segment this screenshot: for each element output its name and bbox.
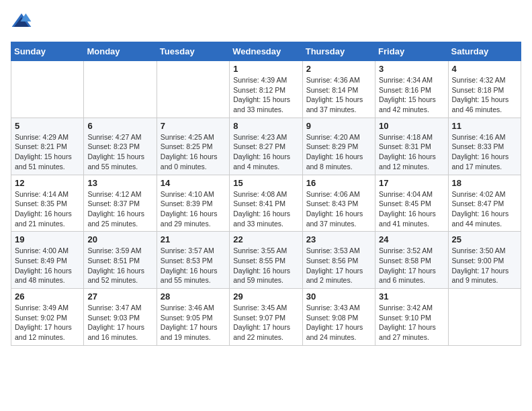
calendar-cell: 28Sunrise: 3:46 AMSunset: 9:05 PMDayligh… <box>157 289 229 346</box>
day-number: 3 <box>379 64 444 74</box>
day-info: Sunrise: 4:18 AMSunset: 8:31 PMDaylight:… <box>379 132 444 172</box>
calendar-cell: 11Sunrise: 4:16 AMSunset: 8:33 PMDayligh… <box>448 118 521 175</box>
day-info: Sunrise: 4:36 AMSunset: 8:14 PMDaylight:… <box>306 75 371 115</box>
calendar-week-row: 12Sunrise: 4:14 AMSunset: 8:35 PMDayligh… <box>11 175 521 232</box>
day-number: 11 <box>452 121 517 131</box>
day-number: 15 <box>233 178 298 188</box>
day-number: 12 <box>15 178 80 188</box>
day-info: Sunrise: 3:45 AMSunset: 9:07 PMDaylight:… <box>233 303 298 342</box>
page-header <box>11 11 521 32</box>
day-number: 13 <box>87 178 152 188</box>
day-info: Sunrise: 3:42 AMSunset: 9:10 PMDaylight:… <box>379 303 444 342</box>
calendar-cell: 15Sunrise: 4:08 AMSunset: 8:41 PMDayligh… <box>230 175 302 232</box>
day-number: 22 <box>233 234 298 244</box>
day-number: 1 <box>233 64 298 74</box>
day-number: 18 <box>452 178 517 188</box>
day-number: 16 <box>306 178 371 188</box>
day-of-week-header: Friday <box>375 42 448 61</box>
day-number: 20 <box>87 234 152 244</box>
day-number: 6 <box>87 121 152 131</box>
calendar-cell: 30Sunrise: 3:43 AMSunset: 9:08 PMDayligh… <box>302 289 375 346</box>
day-info: Sunrise: 3:49 AMSunset: 9:02 PMDaylight:… <box>15 303 80 342</box>
calendar-week-row: 26Sunrise: 3:49 AMSunset: 9:02 PMDayligh… <box>11 289 521 346</box>
day-number: 10 <box>379 121 444 131</box>
day-of-week-header: Monday <box>84 42 157 61</box>
day-info: Sunrise: 4:29 AMSunset: 8:21 PMDaylight:… <box>15 132 80 172</box>
calendar-cell: 21Sunrise: 3:57 AMSunset: 8:53 PMDayligh… <box>157 232 229 289</box>
calendar-cell: 25Sunrise: 3:50 AMSunset: 9:00 PMDayligh… <box>448 232 521 289</box>
day-number: 26 <box>15 291 80 302</box>
day-info: Sunrise: 4:06 AMSunset: 8:43 PMDaylight:… <box>306 189 371 229</box>
day-info: Sunrise: 3:50 AMSunset: 9:00 PMDaylight:… <box>452 246 517 285</box>
day-of-week-header: Thursday <box>302 42 375 61</box>
day-number: 24 <box>379 234 444 244</box>
day-info: Sunrise: 4:02 AMSunset: 8:47 PMDaylight:… <box>452 189 517 229</box>
calendar-cell <box>84 61 157 118</box>
calendar-cell: 3Sunrise: 4:34 AMSunset: 8:16 PMDaylight… <box>375 61 448 118</box>
day-number: 14 <box>161 178 226 188</box>
day-of-week-header: Sunday <box>11 42 84 61</box>
day-info: Sunrise: 4:16 AMSunset: 8:33 PMDaylight:… <box>452 132 517 172</box>
calendar-cell: 13Sunrise: 4:12 AMSunset: 8:37 PMDayligh… <box>84 175 157 232</box>
day-info: Sunrise: 4:27 AMSunset: 8:23 PMDaylight:… <box>87 132 152 172</box>
day-info: Sunrise: 4:00 AMSunset: 8:49 PMDaylight:… <box>15 246 80 285</box>
calendar-cell: 6Sunrise: 4:27 AMSunset: 8:23 PMDaylight… <box>84 118 157 175</box>
day-info: Sunrise: 4:08 AMSunset: 8:41 PMDaylight:… <box>233 189 298 229</box>
day-number: 5 <box>15 121 80 131</box>
day-info: Sunrise: 4:14 AMSunset: 8:35 PMDaylight:… <box>15 189 80 229</box>
day-info: Sunrise: 4:39 AMSunset: 8:12 PMDaylight:… <box>233 75 298 115</box>
day-info: Sunrise: 3:47 AMSunset: 9:03 PMDaylight:… <box>87 303 152 342</box>
day-number: 21 <box>161 234 226 244</box>
calendar-cell <box>11 61 84 118</box>
day-info: Sunrise: 4:04 AMSunset: 8:45 PMDaylight:… <box>379 189 444 229</box>
day-info: Sunrise: 3:43 AMSunset: 9:08 PMDaylight:… <box>306 303 371 342</box>
day-info: Sunrise: 3:53 AMSunset: 8:56 PMDaylight:… <box>306 246 371 285</box>
calendar-cell: 26Sunrise: 3:49 AMSunset: 9:02 PMDayligh… <box>11 289 84 346</box>
day-number: 4 <box>452 64 517 74</box>
day-number: 29 <box>233 291 298 302</box>
calendar-cell <box>448 289 521 346</box>
calendar-cell: 16Sunrise: 4:06 AMSunset: 8:43 PMDayligh… <box>302 175 375 232</box>
calendar-cell: 9Sunrise: 4:20 AMSunset: 8:29 PMDaylight… <box>302 118 375 175</box>
day-number: 31 <box>379 291 444 302</box>
day-number: 7 <box>161 121 226 131</box>
calendar-cell: 10Sunrise: 4:18 AMSunset: 8:31 PMDayligh… <box>375 118 448 175</box>
calendar-cell: 12Sunrise: 4:14 AMSunset: 8:35 PMDayligh… <box>11 175 84 232</box>
day-number: 28 <box>161 291 226 302</box>
day-number: 9 <box>306 121 371 131</box>
day-of-week-header: Wednesday <box>230 42 302 61</box>
day-info: Sunrise: 3:46 AMSunset: 9:05 PMDaylight:… <box>161 303 226 342</box>
day-info: Sunrise: 3:55 AMSunset: 8:55 PMDaylight:… <box>233 246 298 285</box>
calendar-cell: 1Sunrise: 4:39 AMSunset: 8:12 PMDaylight… <box>230 61 302 118</box>
day-info: Sunrise: 4:12 AMSunset: 8:37 PMDaylight:… <box>87 189 152 229</box>
day-of-week-header: Tuesday <box>157 42 229 61</box>
day-info: Sunrise: 4:10 AMSunset: 8:39 PMDaylight:… <box>161 189 226 229</box>
calendar-cell: 19Sunrise: 4:00 AMSunset: 8:49 PMDayligh… <box>11 232 84 289</box>
day-number: 25 <box>452 234 517 244</box>
calendar-cell: 29Sunrise: 3:45 AMSunset: 9:07 PMDayligh… <box>230 289 302 346</box>
calendar-cell: 23Sunrise: 3:53 AMSunset: 8:56 PMDayligh… <box>302 232 375 289</box>
calendar-week-row: 19Sunrise: 4:00 AMSunset: 8:49 PMDayligh… <box>11 232 521 289</box>
calendar-cell: 20Sunrise: 3:59 AMSunset: 8:51 PMDayligh… <box>84 232 157 289</box>
calendar-cell: 27Sunrise: 3:47 AMSunset: 9:03 PMDayligh… <box>84 289 157 346</box>
calendar-cell: 22Sunrise: 3:55 AMSunset: 8:55 PMDayligh… <box>230 232 302 289</box>
day-info: Sunrise: 3:57 AMSunset: 8:53 PMDaylight:… <box>161 246 226 285</box>
calendar-cell <box>157 61 229 118</box>
day-info: Sunrise: 3:59 AMSunset: 8:51 PMDaylight:… <box>87 246 152 285</box>
calendar-table: SundayMondayTuesdayWednesdayThursdayFrid… <box>11 42 521 346</box>
calendar-cell: 4Sunrise: 4:32 AMSunset: 8:18 PMDaylight… <box>448 61 521 118</box>
calendar-cell: 18Sunrise: 4:02 AMSunset: 8:47 PMDayligh… <box>448 175 521 232</box>
calendar-header-row: SundayMondayTuesdayWednesdayThursdayFrid… <box>11 42 521 61</box>
day-number: 17 <box>379 178 444 188</box>
calendar-cell: 24Sunrise: 3:52 AMSunset: 8:58 PMDayligh… <box>375 232 448 289</box>
calendar-cell: 2Sunrise: 4:36 AMSunset: 8:14 PMDaylight… <box>302 61 375 118</box>
calendar-cell: 14Sunrise: 4:10 AMSunset: 8:39 PMDayligh… <box>157 175 229 232</box>
calendar-cell: 5Sunrise: 4:29 AMSunset: 8:21 PMDaylight… <box>11 118 84 175</box>
day-number: 2 <box>306 64 371 74</box>
calendar-cell: 7Sunrise: 4:25 AMSunset: 8:25 PMDaylight… <box>157 118 229 175</box>
day-info: Sunrise: 4:25 AMSunset: 8:25 PMDaylight:… <box>161 132 226 172</box>
day-info: Sunrise: 3:52 AMSunset: 8:58 PMDaylight:… <box>379 246 444 285</box>
day-number: 30 <box>306 291 371 302</box>
day-of-week-header: Saturday <box>448 42 521 61</box>
day-number: 8 <box>233 121 298 131</box>
